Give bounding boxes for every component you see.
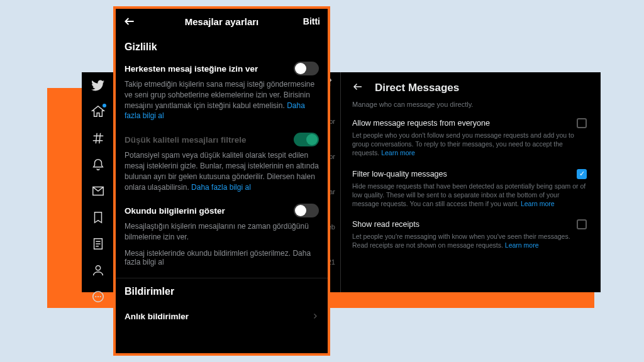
setting-desc: Takip etmediğin kişilerin sana mesaj ist… <box>125 79 319 121</box>
settings-subhead: Manage who can message you directly. <box>352 101 587 108</box>
settings-title: Direct Messages <box>375 82 459 94</box>
setting-read-receipts: Show read receipts Let people you're mes… <box>352 219 587 250</box>
setting-filter-low-quality: Düşük kaliteli mesajları filtrele Potans… <box>125 133 319 192</box>
setting-title: Allow message requests from everyone <box>352 119 490 128</box>
lists-icon[interactable] <box>91 237 105 251</box>
svg-point-3 <box>100 296 101 297</box>
setting-allow-requests: Herkesten mesaj isteğine izin ver Takip … <box>125 62 319 121</box>
toggle-switch[interactable] <box>294 133 319 146</box>
bookmarks-icon[interactable] <box>91 211 105 224</box>
mobile-header: Mesajlar ayarları Bitti <box>116 9 328 34</box>
done-button[interactable]: Bitti <box>303 16 320 26</box>
twitter-logo-icon[interactable] <box>91 79 105 92</box>
profile-icon[interactable] <box>91 263 105 277</box>
setting-desc: Let people you're messaging with know wh… <box>352 232 587 250</box>
setting-allow-requests: Allow message requests from everyone Let… <box>352 118 587 158</box>
mobile-title: Mesajlar ayarları <box>116 16 328 27</box>
settings-detail-pane: Direct Messages Manage who can message y… <box>341 72 601 292</box>
chevron-right-icon <box>311 311 319 322</box>
setting-title: Show read receipts <box>352 220 419 229</box>
setting-desc: Let people who you don't follow send you… <box>352 131 587 158</box>
setting-desc: Hide message requests that have been det… <box>352 182 587 209</box>
checkbox[interactable] <box>577 169 587 179</box>
section-privacy-heading: Gizlilik <box>125 41 319 53</box>
learn-more-link[interactable]: Learn more <box>521 200 555 207</box>
messages-icon[interactable] <box>91 184 105 198</box>
setting-title: Düşük kaliteli mesajları filtrele <box>125 135 247 145</box>
learn-more-link[interactable]: Learn more <box>505 241 539 249</box>
push-notifications-row[interactable]: Anlık bildirimler <box>125 306 319 327</box>
notifications-icon[interactable] <box>91 158 105 172</box>
learn-more-link[interactable]: Daha fazla bilgi al <box>191 183 251 192</box>
checkbox[interactable] <box>577 219 587 229</box>
setting-desc: Potansiyel spam veya düşük kaliteli olar… <box>125 150 319 192</box>
svg-point-1 <box>95 296 96 297</box>
divider <box>116 278 328 278</box>
setting-subdesc: Mesaj isteklerinde okundu bildirimleri g… <box>125 249 319 266</box>
back-arrow-icon[interactable] <box>123 15 136 28</box>
learn-more-link[interactable]: Learn more <box>381 149 415 156</box>
setting-read-receipts: Okundu bilgilerini göster Mesajlaştığın … <box>125 204 319 266</box>
setting-title: Filter low-quality messages <box>352 170 447 178</box>
mobile-settings-panel: Mesajlar ayarları Bitti Gizlilik Herkest… <box>113 6 330 356</box>
more-icon[interactable] <box>91 290 105 304</box>
svg-point-2 <box>97 296 99 297</box>
row-label: Anlık bildirimler <box>125 312 189 321</box>
toggle-switch[interactable] <box>294 204 319 217</box>
checkbox[interactable] <box>577 118 587 128</box>
back-arrow-icon[interactable] <box>352 81 364 94</box>
setting-desc: Mesajlaştığın kişilerin mesajlarını ne z… <box>125 221 319 243</box>
setting-title: Okundu bilgilerini göster <box>125 206 225 216</box>
setting-title: Herkesten mesaj isteğine izin ver <box>125 64 258 74</box>
home-icon[interactable] <box>91 105 105 119</box>
section-notifications-heading: Bildirimler <box>125 286 319 297</box>
setting-filter-low-quality: Filter low-quality messages Hide message… <box>352 169 587 209</box>
desktop-sidebar <box>82 72 114 292</box>
toggle-switch[interactable] <box>294 62 319 75</box>
explore-icon[interactable] <box>91 131 105 145</box>
